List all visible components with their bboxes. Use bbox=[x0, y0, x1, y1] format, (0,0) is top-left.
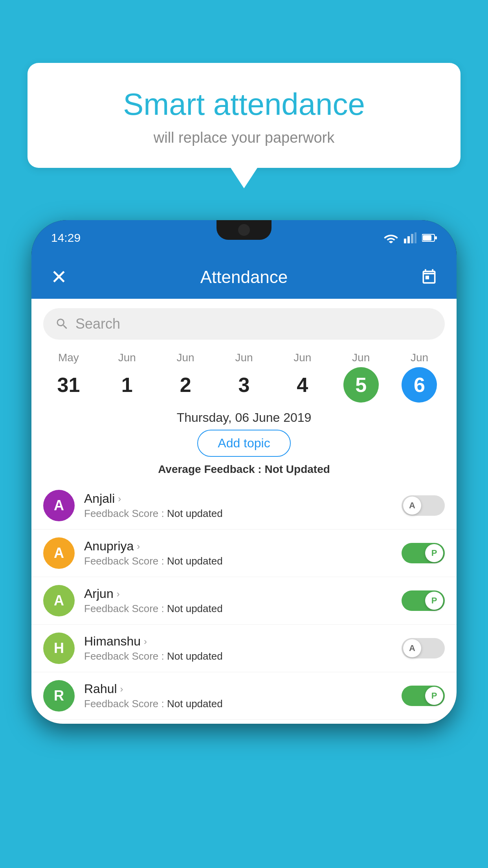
cal-month-label: Jun bbox=[177, 351, 194, 364]
cal-month-label: Jun bbox=[352, 351, 370, 364]
close-button[interactable]: ✕ bbox=[47, 265, 71, 289]
calendar-icon bbox=[420, 268, 438, 286]
search-placeholder: Search bbox=[75, 316, 120, 332]
student-name: Arjun › bbox=[84, 587, 392, 601]
feedback-score: Feedback Score : Not updated bbox=[84, 698, 392, 710]
chevron-icon: › bbox=[137, 541, 140, 552]
svg-rect-6 bbox=[435, 236, 437, 239]
chevron-icon: › bbox=[120, 684, 123, 695]
cal-date-number: 1 bbox=[109, 367, 145, 403]
feedback-value: Not updated bbox=[167, 698, 223, 710]
cal-month-label: May bbox=[58, 351, 79, 364]
avatar: A bbox=[43, 585, 75, 616]
bubble-subtitle: will replace your paperwork bbox=[51, 129, 437, 146]
calendar-day[interactable]: Jun4 bbox=[279, 351, 326, 403]
search-bar[interactable]: Search bbox=[43, 308, 445, 340]
feedback-value: Not updated bbox=[167, 555, 223, 567]
selected-date-label: Thursday, 06 June 2019 bbox=[31, 410, 457, 425]
bubble-title: Smart attendance bbox=[51, 86, 437, 122]
cal-month-label: Jun bbox=[235, 351, 253, 364]
svg-rect-5 bbox=[423, 235, 431, 241]
signal-icon bbox=[404, 232, 416, 243]
toggle-knob: P bbox=[425, 544, 443, 562]
svg-rect-2 bbox=[411, 234, 413, 243]
calendar-day[interactable]: Jun2 bbox=[162, 351, 209, 403]
status-icons bbox=[383, 232, 437, 243]
cal-date-number: 2 bbox=[168, 367, 203, 403]
wifi-icon bbox=[383, 232, 398, 243]
calendar-day[interactable]: May31 bbox=[45, 351, 92, 403]
speech-bubble: Smart attendance will replace your paper… bbox=[28, 63, 460, 168]
camera-dot bbox=[238, 224, 250, 236]
cal-month-label: Jun bbox=[294, 351, 311, 364]
student-row[interactable]: AArjun ›Feedback Score : Not updatedP bbox=[31, 577, 457, 625]
svg-rect-0 bbox=[404, 239, 406, 243]
attendance-toggle[interactable]: A bbox=[402, 495, 445, 516]
feedback-value: Not updated bbox=[167, 650, 223, 662]
cal-date-number: 31 bbox=[51, 367, 86, 403]
student-info: Himanshu ›Feedback Score : Not updated bbox=[84, 634, 392, 662]
attendance-toggle[interactable]: P bbox=[402, 543, 445, 563]
search-icon bbox=[55, 317, 69, 331]
cal-date-number: 3 bbox=[226, 367, 262, 403]
phone-frame: 14:29 bbox=[31, 220, 457, 724]
student-list: AAnjali ›Feedback Score : Not updatedAAA… bbox=[31, 482, 457, 724]
calendar-day[interactable]: Jun6 bbox=[396, 351, 443, 403]
feedback-value: Not updated bbox=[167, 603, 223, 614]
add-topic-button[interactable]: Add topic bbox=[197, 430, 290, 457]
phone-outer: 14:29 bbox=[31, 220, 457, 868]
chevron-icon: › bbox=[144, 636, 147, 647]
student-info: Anupriya ›Feedback Score : Not updated bbox=[84, 539, 392, 567]
speech-bubble-container: Smart attendance will replace your paper… bbox=[28, 63, 460, 168]
cal-date-number: 5 bbox=[343, 367, 379, 403]
avatar: A bbox=[43, 537, 75, 569]
student-info: Rahul ›Feedback Score : Not updated bbox=[84, 682, 392, 710]
student-row[interactable]: HHimanshu ›Feedback Score : Not updatedA bbox=[31, 625, 457, 672]
app-title: Attendance bbox=[200, 267, 288, 287]
status-time: 14:29 bbox=[51, 231, 81, 245]
avatar: R bbox=[43, 680, 75, 712]
avatar: A bbox=[43, 490, 75, 521]
phone-screen: Search May31Jun1Jun2Jun3Jun4Jun5Jun6 Thu… bbox=[31, 299, 457, 724]
student-name: Anjali › bbox=[84, 491, 392, 506]
svg-rect-3 bbox=[415, 232, 416, 243]
student-info: Arjun ›Feedback Score : Not updated bbox=[84, 587, 392, 615]
calendar-strip: May31Jun1Jun2Jun3Jun4Jun5Jun6 bbox=[31, 348, 457, 403]
feedback-score: Feedback Score : Not updated bbox=[84, 603, 392, 615]
attendance-toggle[interactable]: A bbox=[402, 638, 445, 658]
calendar-day[interactable]: Jun1 bbox=[103, 351, 150, 403]
toggle-knob: A bbox=[403, 497, 421, 515]
toggle-knob: P bbox=[425, 687, 443, 705]
app-bar: ✕ Attendance bbox=[31, 256, 457, 299]
student-name: Himanshu › bbox=[84, 634, 392, 649]
calendar-day[interactable]: Jun3 bbox=[220, 351, 268, 403]
student-info: Anjali ›Feedback Score : Not updated bbox=[84, 491, 392, 520]
cal-date-number: 4 bbox=[285, 367, 320, 403]
student-row[interactable]: AAnjali ›Feedback Score : Not updatedA bbox=[31, 482, 457, 530]
cal-month-label: Jun bbox=[411, 351, 428, 364]
svg-rect-1 bbox=[407, 236, 410, 243]
feedback-value: Not updated bbox=[167, 508, 223, 519]
avatar: H bbox=[43, 633, 75, 664]
attendance-toggle[interactable]: P bbox=[402, 590, 445, 611]
avg-feedback-label: Average Feedback : bbox=[158, 463, 262, 475]
calendar-day[interactable]: Jun5 bbox=[338, 351, 385, 403]
student-row[interactable]: RRahul ›Feedback Score : Not updatedP bbox=[31, 672, 457, 720]
avg-feedback-value: Not Updated bbox=[264, 463, 330, 475]
notch bbox=[216, 220, 272, 240]
chevron-icon: › bbox=[118, 493, 121, 504]
calendar-icon-button[interactable] bbox=[417, 265, 441, 289]
feedback-score: Feedback Score : Not updated bbox=[84, 650, 392, 662]
chevron-icon: › bbox=[117, 588, 120, 600]
attendance-toggle[interactable]: P bbox=[402, 686, 445, 706]
student-row[interactable]: AAnupriya ›Feedback Score : Not updatedP bbox=[31, 530, 457, 577]
cal-month-label: Jun bbox=[118, 351, 136, 364]
battery-icon bbox=[422, 234, 437, 242]
toggle-knob: P bbox=[425, 592, 443, 610]
student-name: Rahul › bbox=[84, 682, 392, 696]
feedback-score: Feedback Score : Not updated bbox=[84, 508, 392, 520]
feedback-score: Feedback Score : Not updated bbox=[84, 555, 392, 567]
avg-feedback: Average Feedback : Not Updated bbox=[31, 463, 457, 476]
toggle-knob: A bbox=[403, 639, 421, 657]
cal-date-number: 6 bbox=[402, 367, 437, 403]
